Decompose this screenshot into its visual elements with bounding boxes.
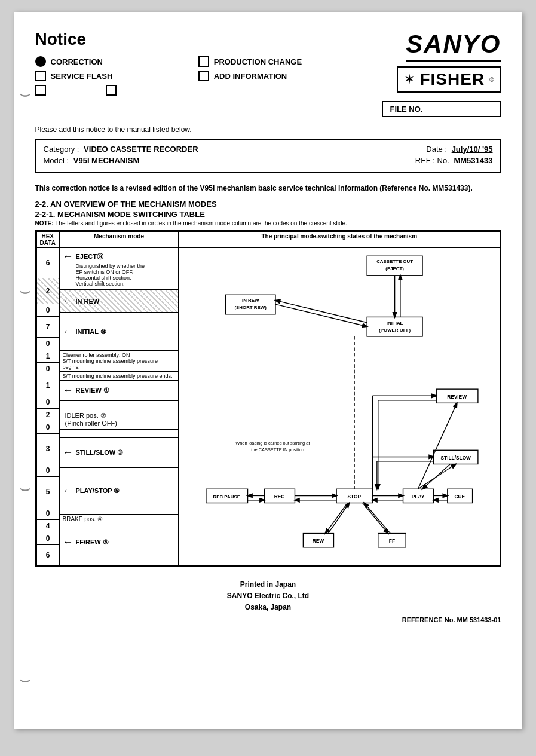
extra-checkboxes	[35, 85, 382, 96]
table-row: 6 2 0 7 0 1 0 1 0 2 0 3 0 5 0	[36, 248, 500, 566]
hex-0-1: 0	[37, 304, 59, 317]
production-change-checkbox[interactable]	[198, 56, 209, 67]
date-field: Date : July/10/ '95	[426, 145, 492, 154]
mode-in-rew-label: IN REW	[76, 298, 100, 305]
svg-text:IN REW: IN REW	[242, 298, 259, 303]
svg-text:When loading is carried out st: When loading is carried out starting at	[235, 440, 310, 446]
mode-ff-rew: ← FF/REW ⑥	[60, 532, 179, 552]
file-no-box: FILE NO.	[382, 101, 501, 117]
please-add-text: Please add this notice to the manual lis…	[35, 126, 501, 134]
ref-label: REF : No.	[415, 156, 449, 165]
service-flash-checkbox-item: SERVICE FLASH	[35, 71, 113, 81]
model-row: Model : V95I MECHANISM REF : No. MM53143…	[44, 156, 493, 165]
section-2-2-1-title: 2-2-1. MECHANISM MODE SWITCHING TABLE	[35, 210, 501, 219]
hex-4: 4	[37, 520, 59, 532]
intro-text: This correction notice is a revised edit…	[35, 183, 501, 194]
svg-text:STILL/SLOW: STILL/SLOW	[440, 455, 471, 461]
correction-label: CORRECTION	[51, 57, 103, 66]
svg-line-54	[363, 503, 388, 534]
file-no-label: FILE NO.	[390, 105, 423, 114]
mode-0-9	[60, 524, 179, 532]
svg-text:INITIAL: INITIAL	[387, 320, 403, 326]
mode-still-slow-label: STILL/SLOW ③	[76, 449, 124, 457]
svg-text:PLAY: PLAY	[412, 494, 425, 500]
mode-0-1	[60, 313, 179, 322]
footer: Printed in Japan SANYO Electric Co., Ltd…	[35, 579, 501, 614]
extra-cb-1[interactable]	[35, 85, 46, 96]
ref-field: REF : No. MM531433	[415, 156, 493, 165]
notice-right: SANYO ✶ FISHER ® FILE NO.	[382, 30, 501, 117]
hex-0-7: 0	[37, 507, 59, 520]
add-info-checkbox-item: ADD INFORMATION	[198, 71, 302, 81]
add-info-checkbox[interactable]	[198, 71, 209, 81]
mode-0-4	[60, 401, 179, 409]
mechanism-table: HEXDATA Mechanism mode The principal mod…	[36, 231, 500, 566]
mode-in-rew: ← IN REW	[60, 290, 179, 313]
hex-0-3: 0	[37, 363, 59, 375]
svg-text:REC PAUSE: REC PAUSE	[213, 494, 240, 500]
mode-0-5	[60, 430, 179, 438]
hex-3: 3	[37, 434, 59, 464]
hex-2-b: 2	[37, 409, 59, 421]
footer-line2: SANYO Electric Co., Ltd	[35, 590, 501, 602]
service-flash-checkbox[interactable]	[35, 71, 46, 81]
sanyo-logo: SANYO	[406, 30, 501, 62]
mode-still-slow: ← STILL/SLOW ③	[60, 438, 179, 468]
svg-text:REVIEW: REVIEW	[447, 394, 467, 400]
intro-text-content: This correction notice is a revised edit…	[35, 184, 473, 192]
hex-6-eject: 6	[37, 248, 59, 278]
mode-0-2	[60, 342, 179, 351]
hex-7: 7	[37, 317, 59, 338]
svg-text:REC: REC	[274, 494, 285, 500]
hex-column: 6 2 0 7 0 1 0 1 0 2 0 3 0 5 0	[36, 248, 59, 566]
footer-line1: Printed in Japan	[35, 579, 501, 590]
mode-review-label: REVIEW ①	[76, 387, 109, 394]
mode-0-6	[60, 468, 179, 476]
mode-initial-label: INITIAL ⑧	[76, 328, 106, 336]
svg-text:FF: FF	[389, 538, 395, 544]
mode-0-8: BRAKE pos. ④	[60, 515, 179, 524]
fisher-icon: ✶	[404, 72, 415, 87]
hex-header: HEXDATA	[36, 232, 59, 248]
hex-0-2: 0	[37, 338, 59, 350]
mode-play-stop: ← PLAY/STOP ⑤	[60, 476, 179, 506]
mode-review: ← REVIEW ①	[60, 381, 179, 401]
mode-initial: ← INITIAL ⑧	[60, 322, 179, 342]
svg-line-42	[422, 464, 450, 489]
production-change-checkbox-item: PRODUCTION CHANGE	[198, 56, 302, 67]
hex-6-ff: 6	[37, 545, 59, 565]
page-curl-4: ⌣	[19, 669, 31, 690]
fisher-registered: ®	[489, 76, 494, 83]
footer-line3: Osaka, Japan	[35, 602, 501, 613]
mode-brake-label: BRAKE pos. ④	[63, 516, 103, 522]
page: ⌣ ⌣ ⌣ ⌣ Notice CORRECTION PRODUCTION CHA…	[14, 12, 522, 729]
mode-eject-desc: Distinguished by whether theEP switch is…	[76, 263, 176, 287]
note-text: NOTE: The letters and figures enclosed i…	[35, 220, 501, 227]
category-field: Category : VIDEO CASSETTE RECORDER	[44, 145, 198, 154]
diag-header: The principal mode-switching states of t…	[179, 232, 500, 248]
hex-2: 2	[37, 278, 59, 304]
model-field: Model : V95I MECHANISM	[44, 156, 140, 165]
svg-text:the CASSETTE IN position.: the CASSETTE IN position.	[251, 447, 305, 452]
mechanism-diagram: CASSETTE OUT (EJECT) IN REW (SHORT REW) …	[182, 250, 497, 561]
svg-text:(SHORT REW): (SHORT REW)	[234, 305, 267, 310]
svg-text:(POWER OFF): (POWER OFF)	[379, 328, 411, 333]
page-curl-2: ⌣	[19, 281, 31, 302]
hex-0-5: 0	[37, 421, 59, 434]
footer-reference: REFERENCE No. MM 531433-01	[35, 616, 501, 623]
correction-checkbox[interactable]	[35, 56, 46, 67]
header-section: Notice CORRECTION PRODUCTION CHANGE SERV…	[35, 30, 501, 117]
extra-cb-2[interactable]	[106, 85, 117, 96]
category-box: Category : VIDEO CASSETTE RECORDER Date …	[35, 139, 501, 173]
category-value: VIDEO CASSETTE RECORDER	[84, 145, 198, 154]
category-label: Category :	[44, 145, 79, 154]
mode-ff-rew-label: FF/REW ⑥	[76, 538, 109, 546]
svg-text:CUE: CUE	[454, 494, 465, 500]
checkbox-grid: CORRECTION PRODUCTION CHANGE SERVICE FLA…	[35, 56, 382, 81]
date-value: July/10/ '95	[452, 145, 493, 154]
svg-text:STOP: STOP	[348, 494, 362, 500]
page-curl-1: ⌣	[19, 84, 31, 105]
mode-idler: IDLER pos. ②(Pinch roller OFF)	[60, 409, 179, 430]
model-label: Model :	[44, 156, 69, 165]
diagram-cell: CASSETTE OUT (EJECT) IN REW (SHORT REW) …	[179, 248, 500, 566]
